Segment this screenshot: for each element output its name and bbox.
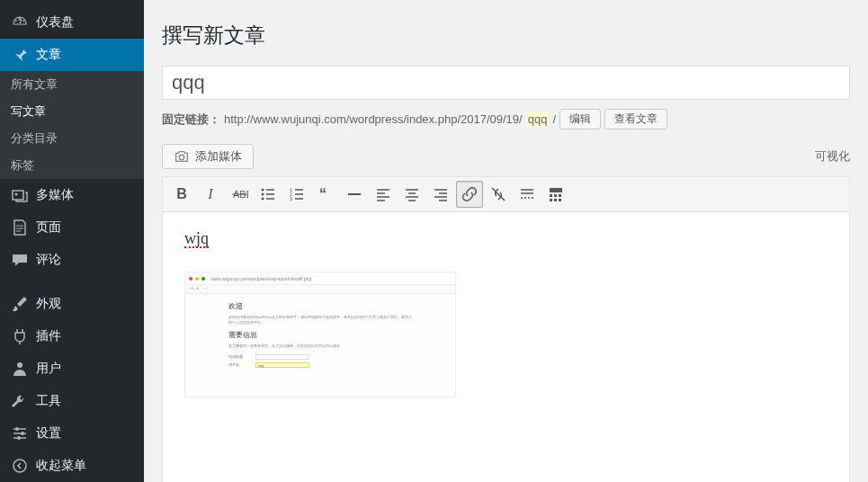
- sidebar-item-settings[interactable]: 设置: [0, 417, 144, 450]
- wrench-icon: [11, 392, 29, 410]
- strike-button[interactable]: ABE: [226, 181, 253, 208]
- sidebar-item-appearance[interactable]: 外观: [0, 288, 144, 320]
- svg-rect-22: [554, 199, 557, 201]
- post-title-wrap: [162, 66, 850, 100]
- sidebar-label: 用户: [36, 361, 61, 377]
- more-button[interactable]: [514, 181, 541, 208]
- svg-rect-18: [550, 194, 552, 197]
- sidebar-item-pages[interactable]: 页面: [0, 211, 144, 244]
- users-icon: [11, 360, 29, 378]
- sidebar-label: 评论: [36, 252, 61, 268]
- align-left-button[interactable]: [370, 181, 397, 208]
- editor-tab-visual[interactable]: 可视化: [815, 148, 850, 165]
- sidebar-item-collapse[interactable]: 收起菜单: [0, 450, 144, 482]
- permalink-label: 固定链接：: [162, 112, 220, 128]
- sidebar-label: 外观: [36, 296, 61, 312]
- svg-point-1: [17, 362, 22, 368]
- svg-rect-23: [559, 199, 561, 201]
- align-center-button[interactable]: [398, 181, 425, 208]
- plug-icon: [11, 327, 29, 345]
- sidebar-label: 页面: [36, 219, 61, 236]
- add-media-label: 添加媒体: [195, 148, 242, 165]
- svg-rect-17: [550, 188, 562, 192]
- sidebar-item-tools[interactable]: 工具: [0, 385, 144, 417]
- main-content: 撰写新文章 固定链接： http://www.wujunqi.com/wordp…: [144, 0, 868, 482]
- sidebar-item-comments[interactable]: 评论: [0, 244, 144, 276]
- svg-point-0: [15, 193, 18, 196]
- bold-button[interactable]: B: [168, 181, 195, 208]
- editor-box: B I ABE 123 “ wjq www.wujunqi.com/wordpr…: [162, 176, 850, 482]
- permalink-tail: /: [552, 112, 556, 126]
- brush-icon: [11, 295, 29, 313]
- sidebar-label: 工具: [36, 393, 61, 409]
- svg-text:“: “: [319, 186, 327, 201]
- svg-rect-20: [559, 194, 561, 197]
- sidebar-label: 仪表盘: [36, 14, 74, 31]
- collapse-icon: [11, 457, 29, 475]
- align-right-button[interactable]: [427, 181, 454, 208]
- embedded-image: www.wujunqi.com/wordpress/wp-admin/insta…: [184, 272, 456, 397]
- post-title-input[interactable]: [172, 71, 840, 94]
- editor-text: wjq: [184, 230, 209, 248]
- edit-slug-button[interactable]: 编辑: [559, 109, 601, 129]
- quote-button[interactable]: “: [312, 181, 339, 208]
- sidebar-label: 收起菜单: [36, 458, 86, 474]
- svg-point-2: [15, 427, 19, 431]
- sidebar-item-dashboard[interactable]: 仪表盘: [0, 6, 144, 39]
- sidebar-item-users[interactable]: 用户: [0, 353, 144, 385]
- ul-button[interactable]: [255, 181, 282, 208]
- camera-icon: [174, 148, 190, 165]
- svg-point-5: [13, 460, 26, 472]
- permalink-base: http://www.wujunqi.com/wordpress/index.p…: [224, 112, 523, 126]
- dashboard-icon: [11, 13, 29, 31]
- link-button[interactable]: [456, 181, 483, 208]
- permalink-row: 固定链接： http://www.wujunqi.com/wordpress/i…: [162, 109, 850, 129]
- svg-point-3: [21, 432, 24, 435]
- add-media-button[interactable]: 添加媒体: [162, 144, 254, 169]
- italic-button[interactable]: I: [197, 181, 224, 208]
- svg-point-11: [262, 198, 264, 201]
- sidebar-item-plugins[interactable]: 插件: [0, 320, 144, 353]
- pages-icon: [11, 219, 29, 237]
- toolbar-toggle-button[interactable]: [542, 181, 569, 208]
- sidebar-sub-categories[interactable]: 分类目录: [0, 125, 144, 152]
- comments-icon: [11, 251, 29, 269]
- svg-point-10: [262, 193, 264, 196]
- svg-point-6: [179, 155, 183, 159]
- editor-content[interactable]: wjq www.wujunqi.com/wordpress/wp-admin/i…: [163, 212, 849, 482]
- svg-point-9: [262, 189, 264, 192]
- sidebar-sub-new-post[interactable]: 写文章: [0, 98, 144, 125]
- sidebar-label: 插件: [36, 328, 61, 344]
- ol-button[interactable]: 123: [283, 181, 310, 208]
- unlink-button[interactable]: [485, 181, 512, 208]
- view-post-button[interactable]: 查看文章: [604, 109, 667, 129]
- sliders-icon: [11, 424, 29, 442]
- page-title: 撰写新文章: [162, 9, 850, 66]
- pin-icon: [11, 46, 29, 64]
- media-icon: [11, 186, 29, 204]
- hr-button[interactable]: [341, 181, 368, 208]
- svg-text:3: 3: [290, 196, 292, 201]
- permalink-slug: qqq: [526, 112, 550, 126]
- editor-toolbar: B I ABE 123 “: [163, 177, 849, 212]
- sidebar-item-posts[interactable]: 文章: [0, 39, 144, 71]
- svg-rect-21: [550, 199, 552, 201]
- sidebar-item-media[interactable]: 多媒体: [0, 179, 144, 211]
- sidebar-label: 文章: [36, 47, 61, 63]
- svg-rect-19: [554, 194, 557, 197]
- sidebar-posts-submenu: 所有文章 写文章 分类目录 标签: [0, 71, 144, 179]
- sidebar-label: 设置: [36, 425, 61, 442]
- sidebar-label: 多媒体: [36, 187, 74, 203]
- admin-sidebar: 仪表盘 文章 所有文章 写文章 分类目录 标签 多媒体 页面 评论 外观 插件 …: [0, 0, 144, 482]
- sidebar-sub-all-posts[interactable]: 所有文章: [0, 71, 144, 98]
- svg-point-4: [17, 436, 21, 440]
- sidebar-sub-tags[interactable]: 标签: [0, 152, 144, 179]
